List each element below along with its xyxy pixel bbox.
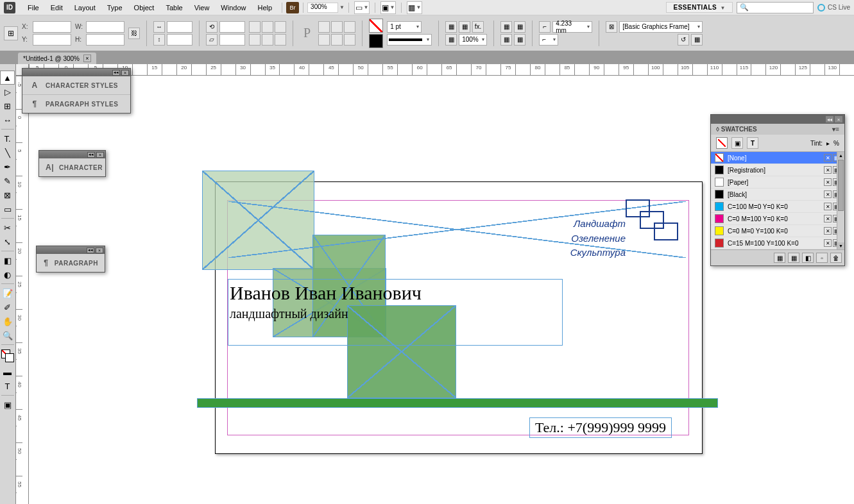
wrap-4[interactable]: ▦ [514, 34, 525, 46]
scroll-thumb[interactable] [838, 160, 844, 211]
object-style-field[interactable]: [Basic Graphics Frame] [619, 21, 703, 33]
paragraph-styles-row[interactable]: ¶ PARAGRAPH STYLES [22, 95, 130, 113]
constrain-proportions[interactable]: ⛓ [128, 28, 140, 39]
panel-header[interactable]: ◂◂ × [37, 246, 105, 254]
gradient-swatch-tool[interactable]: ◧ [0, 253, 15, 267]
shear-field[interactable] [219, 34, 245, 46]
green-bar[interactable] [197, 398, 718, 408]
menu-view[interactable]: View [189, 2, 216, 13]
corner-shape-field[interactable]: ⌐ [539, 34, 558, 46]
wrap-2[interactable]: ▦ [514, 21, 525, 33]
screen-mode-toggle[interactable]: ▣ [0, 398, 15, 412]
type-tool[interactable]: T. [0, 131, 15, 146]
logo-squares[interactable] [626, 199, 677, 251]
character-styles-row[interactable]: A CHARACTER STYLES [22, 76, 130, 95]
rotate-ccw-button[interactable] [249, 21, 260, 33]
line-tool[interactable]: ╲ [0, 146, 15, 160]
wrap-1[interactable]: ▦ [500, 21, 512, 33]
menu-object[interactable]: Object [128, 2, 160, 13]
h-field[interactable] [86, 34, 124, 46]
close-panel-icon[interactable]: × [121, 70, 129, 76]
bridge-button[interactable]: Br [286, 2, 299, 13]
swatch-item[interactable]: C=0 M=0 Y=100 K=0✕▦ [711, 225, 844, 237]
scale-y-field[interactable] [167, 34, 192, 46]
rectangle-tool[interactable]: ▭ [0, 202, 15, 216]
stroke-style-field[interactable] [387, 34, 432, 46]
cs-live-button[interactable]: CS Live [817, 4, 850, 12]
effects-icon[interactable]: ▦ [459, 21, 470, 33]
align-2[interactable] [331, 21, 343, 33]
menu-layout[interactable]: Layout [69, 2, 101, 13]
align-1[interactable] [318, 21, 330, 33]
zoom-dropdown-icon[interactable]: ▼ [339, 4, 345, 10]
w-field[interactable] [86, 21, 124, 33]
view-mode-1[interactable]: ▭▼ [354, 1, 370, 14]
new-swatch-button[interactable]: ▫ [816, 253, 828, 263]
collapse-icon[interactable]: ◂◂ [87, 152, 95, 158]
zoom-tool[interactable]: 🔍 [0, 328, 15, 342]
collapse-icon[interactable]: ◂◂ [112, 70, 120, 76]
menu-table[interactable]: Table [160, 2, 188, 13]
pen-tool[interactable]: ✒ [0, 160, 15, 174]
horizontal-ruler[interactable]: -505101520253035404550556065707580859095… [29, 64, 854, 76]
swatch-item[interactable]: C=100 M=0 Y=0 K=0✕▦ [711, 201, 844, 213]
close-panel-icon[interactable]: × [835, 116, 842, 122]
fill-swatch[interactable] [369, 19, 383, 33]
swatch-item[interactable]: [None]✕▦ [711, 152, 844, 164]
scale-x-field[interactable] [167, 21, 192, 33]
flip-h-button[interactable] [275, 21, 286, 33]
gradient-feather-tool[interactable]: ◐ [0, 267, 15, 281]
formatting-container-icon[interactable]: T [747, 137, 758, 149]
rotate-cw-button[interactable] [262, 21, 273, 33]
menu-type[interactable]: Type [101, 2, 128, 13]
collapse-icon[interactable]: ◂◂ [826, 116, 833, 122]
fill-stroke-proxy[interactable] [1, 349, 14, 362]
align-3[interactable] [344, 21, 355, 33]
close-tab-icon[interactable]: × [83, 55, 91, 62]
page-tool[interactable]: ⊞ [0, 99, 15, 113]
corner-radius-field[interactable]: 4.233 mm [552, 21, 592, 33]
align-5[interactable] [331, 34, 343, 46]
eyedropper-tool[interactable]: ✐ [0, 300, 15, 314]
swatches-tab[interactable]: ◊ SWATCHES ▾≡ [711, 124, 844, 135]
show-all-swatches[interactable]: ▦ [774, 253, 785, 263]
character-panel-row[interactable]: A| CHARACTER [39, 158, 105, 176]
menu-help[interactable]: Help [252, 2, 278, 13]
panel-header[interactable]: ◂◂ × [39, 151, 105, 158]
swatches-header[interactable]: ◂◂ × [711, 115, 844, 124]
hand-tool[interactable]: ✋ [0, 314, 15, 328]
swatches-scrollbar[interactable]: ▲ ▼ [837, 152, 844, 249]
gap-tool[interactable]: ↔ [0, 113, 15, 127]
fill-proxy[interactable] [716, 137, 728, 149]
document-tab[interactable]: *Untitled-1 @ 300% × [18, 53, 96, 64]
search-field[interactable]: 🔍 [737, 2, 814, 13]
align-6[interactable] [344, 34, 355, 46]
rectangle-frame-tool[interactable]: ⊠ [0, 188, 15, 202]
style-options[interactable]: ▦ [691, 34, 703, 46]
selection-tool[interactable]: ▲ [0, 71, 15, 85]
transform-5[interactable] [262, 34, 273, 46]
scissors-tool[interactable]: ✂ [0, 221, 15, 235]
menu-window[interactable]: Window [215, 2, 252, 13]
swatch-item[interactable]: C=15 M=100 Y=100 K=0✕▦ [711, 237, 844, 249]
free-transform-tool[interactable]: ⤡ [0, 235, 15, 249]
direct-selection-tool[interactable]: ▷ [0, 85, 15, 99]
menu-edit[interactable]: Edit [45, 2, 69, 13]
scroll-down-icon[interactable]: ▼ [837, 242, 844, 249]
paragraph-panel-row[interactable]: ¶ PARAGRAPH [37, 254, 105, 272]
show-gradient-swatches[interactable]: ◧ [802, 253, 814, 263]
wrap-3[interactable]: ▦ [500, 34, 512, 46]
screen-mode[interactable]: ▣▼ [380, 1, 396, 14]
flip-v-button[interactable] [249, 34, 260, 46]
swatch-item[interactable]: [Black]✕▦ [711, 189, 844, 201]
show-color-swatches[interactable]: ▦ [788, 253, 799, 263]
vertical-ruler[interactable]: -505101520253035404550556065707580 [16, 76, 29, 504]
formatting-container[interactable]: T [0, 379, 15, 393]
rotate-field[interactable] [219, 21, 245, 33]
clear-override[interactable]: ↺ [678, 34, 689, 46]
stroke-weight-field[interactable]: 1 pt [387, 21, 422, 33]
reference-point-proxy[interactable]: ⊞ [4, 26, 18, 40]
close-panel-icon[interactable]: × [96, 248, 103, 253]
fx-button[interactable]: fx. [472, 21, 484, 33]
stroke-swatch[interactable] [369, 34, 383, 48]
